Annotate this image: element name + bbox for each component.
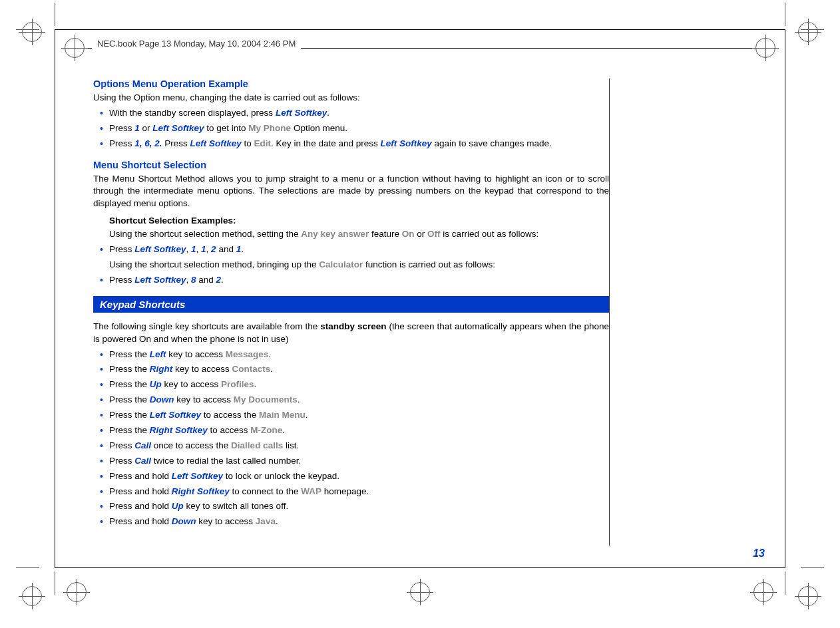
reg-mark-br	[795, 583, 821, 609]
reg-mark-ml	[63, 579, 90, 605]
section2-intro: The Menu Shortcut Method allows you to j…	[93, 173, 609, 211]
section1-list: With the standby screen displayed, press…	[93, 107, 609, 150]
content-area: Options Menu Operation Example Using the…	[93, 78, 609, 531]
s3-b1: Press the Left key to access Messages.	[109, 349, 609, 361]
section2-list2: Press Left Softkey, 8 and 2.	[93, 274, 609, 287]
reg-mark-bl	[19, 583, 45, 609]
section1-intro: Using the Option menu, changing the date…	[93, 92, 609, 104]
section1-bullet3: Press 1, 6, 2. Press Left Softkey to Edi…	[109, 138, 609, 150]
s3-b7: Press Call once to access the Dialled ca…	[109, 440, 609, 452]
header-text: NEC.book Page 13 Monday, May 10, 2004 2:…	[92, 39, 301, 49]
section1-bullet2: Press 1 or Left Softkey to get into My P…	[109, 122, 609, 135]
section2-bullet1: Press Left Softkey, 1, 1, 2 and 1.	[109, 243, 609, 256]
keypad-banner: Keypad Shortcuts	[93, 296, 609, 313]
section2-example2: Using the shortcut selection method, bri…	[93, 259, 609, 271]
section2-subheading: Shortcut Selection Examples:	[93, 216, 609, 226]
section1-bullet1: With the standby screen displayed, press…	[109, 107, 609, 120]
s3-b9: Press and hold Left Softkey to lock or u…	[109, 470, 609, 483]
section2-heading: Menu Shortcut Selection	[93, 160, 609, 170]
s3-b11: Press and hold Up key to switch all tone…	[109, 500, 609, 513]
content-separator	[609, 78, 610, 546]
s3-b6: Press the Right Softkey to access M-Zone…	[109, 424, 609, 437]
header-reg-left	[61, 35, 88, 61]
s3-b3: Press the Up key to access Profiles.	[109, 379, 609, 391]
s3-b5: Press the Left Softkey to access the Mai…	[109, 409, 609, 422]
reg-mark-mc	[407, 579, 433, 605]
reg-mark-tl	[19, 19, 45, 45]
s3-b12: Press and hold Down key to access Java.	[109, 516, 609, 528]
s3-b2: Press the Right key to access Contacts.	[109, 363, 609, 376]
reg-mark-tr	[795, 19, 821, 45]
header-reg-right	[752, 35, 779, 61]
section1-heading: Options Menu Operation Example	[93, 78, 609, 89]
s3-b10: Press and hold Right Softkey to connect …	[109, 486, 609, 498]
section3-intro: The following single key shortcuts are a…	[93, 321, 609, 346]
section3-list: Press the Left key to access Messages. P…	[93, 349, 609, 529]
reg-mark-mr	[750, 579, 777, 605]
s3-b8: Press Call twice to redial the last call…	[109, 455, 609, 468]
section2-bullet2: Press Left Softkey, 8 and 2.	[109, 274, 609, 287]
page-number: 13	[753, 548, 765, 559]
section2-example1: Using the shortcut selection method, set…	[93, 228, 609, 241]
section2-list1: Press Left Softkey, 1, 1, 2 and 1.	[93, 243, 609, 256]
s3-b4: Press the Down key to access My Document…	[109, 394, 609, 406]
